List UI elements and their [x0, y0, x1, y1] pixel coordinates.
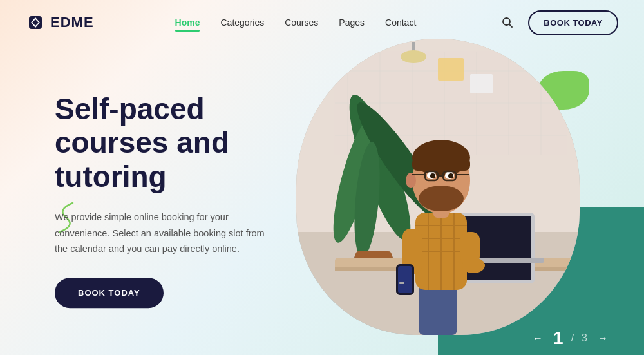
svg-point-20 — [401, 50, 426, 63]
svg-rect-60 — [399, 282, 404, 284]
hero-left: Self-paced courses and tutoring We provi… — [55, 92, 299, 309]
svg-rect-59 — [398, 266, 412, 293]
main-nav: Home Categories Courses Pages Contact — [175, 17, 417, 28]
header: EDME Home Categories Courses Pages Conta… — [0, 0, 644, 45]
page-total: 3 — [582, 332, 587, 344]
pagination: ← 1 / 3 → — [529, 328, 612, 349]
search-button[interactable] — [497, 12, 518, 33]
nav-item-courses[interactable]: Courses — [285, 17, 318, 28]
hero-image-area: ← 1 / 3 → — [270, 32, 644, 355]
svg-line-4 — [509, 24, 513, 28]
svg-point-62 — [462, 258, 485, 273]
logo-text: EDME — [50, 14, 94, 31]
svg-rect-33 — [419, 283, 457, 335]
page-separator: / — [571, 332, 574, 344]
svg-rect-18 — [470, 74, 493, 93]
svg-rect-47 — [422, 190, 460, 203]
logo-icon — [26, 13, 45, 32]
nav-item-contact[interactable]: Contact — [385, 17, 416, 28]
next-arrow-button[interactable]: → — [594, 329, 612, 347]
book-today-nav-button[interactable]: BOOK TODAY — [528, 10, 618, 35]
svg-point-51 — [448, 173, 453, 178]
hero-title: Self-paced courses and tutoring — [55, 92, 299, 195]
prev-arrow-button[interactable]: ← — [529, 329, 547, 347]
hero-subtitle: We provide simple online booking for you… — [55, 209, 267, 257]
book-today-hero-button[interactable]: BOOK TODAY — [55, 278, 164, 308]
search-icon — [502, 17, 513, 28]
hero-section: Self-paced courses and tutoring We provi… — [0, 45, 644, 355]
nav-right: BOOK TODAY — [497, 10, 618, 35]
logo[interactable]: EDME — [26, 13, 94, 32]
nav-item-pages[interactable]: Pages — [339, 17, 365, 28]
page-current: 1 — [553, 328, 564, 349]
svg-point-50 — [430, 173, 435, 178]
svg-rect-44 — [412, 158, 470, 171]
arrow-left-icon: ← — [533, 332, 543, 344]
hero-photo — [296, 39, 580, 335]
arrow-right-icon: → — [598, 332, 608, 344]
nav-item-categories[interactable]: Categories — [220, 17, 264, 28]
svg-rect-17 — [438, 58, 464, 81]
nav-item-home[interactable]: Home — [175, 17, 200, 28]
